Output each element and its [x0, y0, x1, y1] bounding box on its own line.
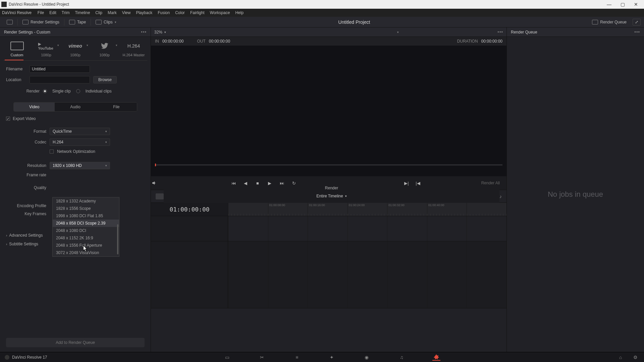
viewer-header: 32%▾ ▾ ••• — [151, 27, 506, 37]
menu-fairlight[interactable]: Fairlight — [187, 10, 207, 15]
chevron-right-icon: › — [6, 234, 7, 237]
scrubber[interactable] — [155, 164, 502, 166]
menu-view[interactable]: View — [119, 10, 133, 15]
page-deliver[interactable] — [432, 354, 440, 361]
preset-h264[interactable]: H.264 H.264 Master — [120, 41, 147, 57]
render-all-button[interactable]: Render All — [481, 181, 500, 185]
location-input[interactable] — [30, 76, 90, 83]
dropdown-scrollbar[interactable] — [117, 224, 118, 254]
video-track[interactable] — [151, 216, 506, 241]
resolution-option[interactable]: 2048 x 858 DCI Scope 2.39 — [53, 220, 119, 227]
resolution-option[interactable]: 3072 x 2048 VistaVision — [53, 249, 119, 256]
tape-icon — [69, 20, 75, 24]
page-cut[interactable]: ✂ — [258, 354, 266, 361]
preset-custom[interactable]: Custom — [3, 41, 31, 57]
menu-fusion[interactable]: Fusion — [155, 10, 172, 15]
page-color[interactable]: ◉ — [363, 354, 371, 361]
export-icon — [7, 20, 13, 24]
quick-export-button[interactable] — [3, 17, 16, 27]
menu-edit[interactable]: Edit — [47, 10, 59, 15]
preset-vimeo[interactable]: vimeo ▾ 1080p — [62, 41, 89, 57]
expand-button[interactable]: ⤢ — [633, 19, 641, 25]
radio-single-clip[interactable] — [43, 89, 47, 93]
settings-icon — [22, 20, 29, 24]
preset-youtube[interactable]: ▶ YouTube ▾ 1080p — [33, 41, 60, 57]
settings-tabs: Video Audio File — [13, 102, 137, 112]
add-to-render-queue-button[interactable]: Add to Render Queue — [6, 338, 145, 347]
out-label: OUT — [197, 39, 205, 44]
page-edit[interactable]: ≡ — [293, 354, 301, 361]
zoom-select[interactable]: 32%▾ — [154, 30, 166, 35]
resolution-option[interactable]: 2048 x 1080 DCI — [53, 227, 119, 234]
tape-button[interactable]: Tape — [66, 17, 89, 27]
clips-button[interactable]: Clips ▾ — [92, 17, 120, 27]
filename-input[interactable] — [30, 65, 90, 73]
render-queue-button[interactable]: Render Queue — [589, 17, 630, 27]
menu-timeline[interactable]: Timeline — [72, 10, 93, 15]
format-label: Format — [6, 129, 46, 134]
resolution-option[interactable]: 1828 x 1556 Scope — [53, 205, 119, 212]
radio-individual-clips[interactable] — [76, 89, 80, 93]
resolution-label: Resolution — [6, 163, 46, 168]
menu-playback[interactable]: Playback — [133, 10, 155, 15]
render-settings-button[interactable]: Render Settings — [19, 17, 63, 27]
timeline-ruler[interactable]: 01:00:08:00 01:00:16:00 01:00:24:00 01:0… — [228, 203, 506, 216]
playhead-icon — [155, 164, 156, 166]
close-button[interactable]: ✕ — [629, 0, 643, 9]
chevron-down-icon: ▾ — [87, 44, 88, 47]
panel-menu-button[interactable]: ••• — [141, 29, 147, 35]
maximize-button[interactable]: ▢ — [616, 0, 629, 9]
menu-trim[interactable]: Trim — [59, 10, 72, 15]
browse-button[interactable]: Browse — [93, 76, 117, 83]
home-button[interactable]: ⌂ — [616, 354, 625, 361]
preset-twitter[interactable]: ▾ 1080p — [91, 41, 118, 57]
audio-toggle-button[interactable]: ♪ — [499, 194, 502, 199]
framerate-label: Frame rate — [6, 173, 46, 177]
resolution-option[interactable]: 2048 x 1556 Full Aperture — [53, 242, 119, 249]
viewer-canvas[interactable] — [151, 46, 506, 176]
menu-help[interactable]: Help — [232, 10, 246, 15]
keyframes-label: Key Frames — [6, 212, 46, 216]
export-video-checkbox[interactable]: ✓ — [6, 117, 10, 121]
app-icon — [1, 2, 7, 7]
tape-label: Tape — [77, 20, 86, 24]
tab-audio[interactable]: Audio — [55, 103, 96, 111]
custom-icon — [10, 42, 24, 50]
viewer-menu-button[interactable]: ••• — [497, 29, 503, 35]
resolution-select[interactable]: 644 x 362 HD▾ — [50, 162, 110, 169]
ruler-tick: 01:00:16:00 — [308, 203, 347, 216]
empty-queue-label: No jobs in queue — [548, 190, 603, 199]
app-version-label: DaVinci Resolve 17 — [12, 355, 47, 360]
page-navigator: DaVinci Resolve 17 ▭ ✂ ≡ ✦ ◉ ♫ ⌂ ⚙ — [0, 352, 644, 362]
thumbnail-view-button[interactable] — [156, 193, 164, 199]
queue-menu-button[interactable]: ••• — [634, 29, 640, 35]
menu-file[interactable]: File — [35, 10, 47, 15]
page-media[interactable]: ▭ — [223, 354, 231, 361]
volume-button[interactable] — [151, 180, 158, 186]
minimize-button[interactable]: — — [602, 0, 616, 9]
single-clip-label: Single clip — [52, 89, 71, 94]
page-fairlight[interactable]: ♫ — [397, 354, 406, 361]
project-settings-button[interactable]: ⚙ — [631, 354, 639, 361]
timeline-panel: Render Entire Timeline ▾ − + ♪ 01:00:00:… — [151, 190, 506, 352]
format-select[interactable]: QuickTime▾ — [50, 128, 110, 135]
clips-icon — [96, 20, 102, 24]
audio-track[interactable] — [151, 241, 506, 308]
menu-workspace[interactable]: Workspace — [207, 10, 233, 15]
menu-color[interactable]: Color — [172, 10, 187, 15]
codec-select[interactable]: H.264▾ — [50, 138, 110, 146]
menu-mark[interactable]: Mark — [105, 10, 119, 15]
tab-file[interactable]: File — [96, 103, 137, 111]
tab-video[interactable]: Video — [14, 103, 55, 111]
resolution-option[interactable]: 2048 x 1152 2K 16:9 — [53, 234, 119, 242]
render-scope-select[interactable]: Entire Timeline ▾ — [316, 194, 346, 198]
resolution-option[interactable]: 1998 x 1080 DCI Flat 1.85 — [53, 212, 119, 220]
page-fusion[interactable]: ✦ — [328, 354, 336, 361]
menu-clip[interactable]: Clip — [93, 10, 105, 15]
resolution-option[interactable]: 1828 x 1332 Academy — [53, 197, 119, 205]
clip-select[interactable]: ▾ — [265, 29, 399, 36]
duration-tc: 00:00:00:00 — [481, 39, 502, 44]
ruler-tick — [228, 203, 268, 216]
ruler-tick — [467, 203, 506, 216]
netopt-checkbox[interactable] — [50, 149, 54, 154]
